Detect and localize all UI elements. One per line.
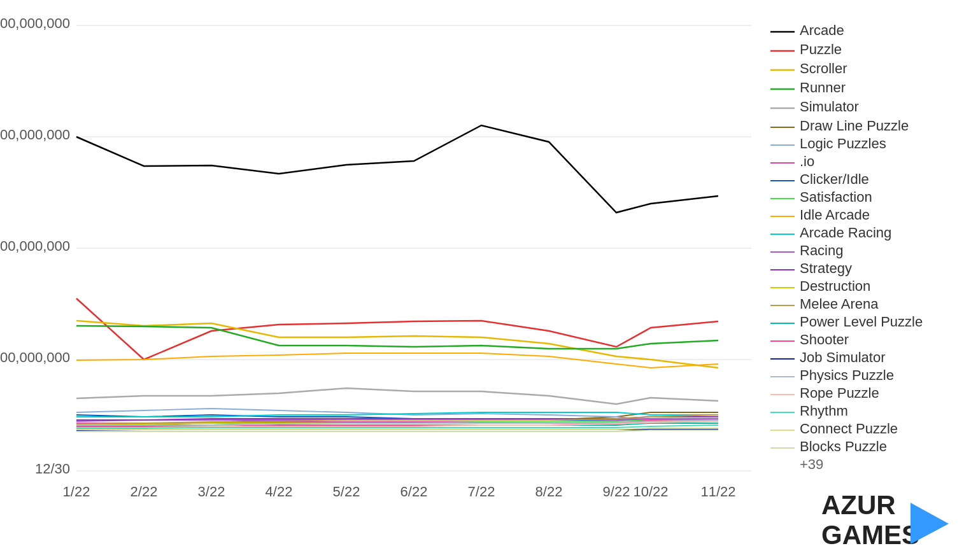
legend-puzzle-label: Puzzle bbox=[800, 41, 842, 57]
legend-melee-label: Melee Arena bbox=[800, 296, 879, 312]
legend-io-label: .io bbox=[800, 153, 814, 169]
legend-strategy-label: Strategy bbox=[800, 260, 852, 276]
legend-destruction-label: Destruction bbox=[800, 278, 870, 294]
legend-racing-label: Racing bbox=[800, 242, 843, 258]
brand-logo-triangle bbox=[911, 503, 949, 544]
legend-job-label: Job Simulator bbox=[800, 349, 886, 365]
brand-games: GAMES bbox=[821, 520, 919, 550]
puzzle-line bbox=[76, 298, 718, 360]
legend-runner-label: Runner bbox=[800, 80, 846, 95]
x-axis-2: 2/22 bbox=[131, 484, 158, 500]
y-axis-0: 12/30 bbox=[35, 461, 70, 477]
arcade-line bbox=[76, 125, 718, 213]
legend-simulator-label: Simulator bbox=[800, 99, 859, 115]
legend-arcade-racing-label: Arcade Racing bbox=[800, 225, 891, 241]
x-axis-1: 1/22 bbox=[63, 484, 90, 500]
x-axis-4: 4/22 bbox=[266, 484, 293, 500]
legend-logic-label: Logic Puzzles bbox=[800, 136, 886, 151]
legend-physics-label: Physics Puzzle bbox=[800, 367, 894, 383]
y-axis-200m: 200,000,000 bbox=[0, 349, 70, 365]
legend-scroller-label: Scroller bbox=[800, 60, 847, 76]
x-axis-9: 9/22 bbox=[603, 484, 630, 500]
legend-plus39-label: +39 bbox=[800, 456, 823, 472]
brand-azur: AZUR bbox=[821, 490, 896, 520]
x-axis-10: 10/22 bbox=[633, 484, 668, 500]
blocks-puzzle-line bbox=[76, 430, 718, 431]
idle-arcade-line bbox=[76, 353, 718, 368]
y-axis-400m: 400,000,000 bbox=[0, 238, 70, 254]
legend-arcade-label: Arcade bbox=[800, 22, 844, 38]
simulator-line bbox=[76, 388, 718, 404]
x-axis-5: 5/22 bbox=[333, 484, 360, 500]
legend-blocks-label: Blocks Puzzle bbox=[800, 438, 887, 454]
x-axis-8: 8/22 bbox=[535, 484, 563, 500]
legend-satisfaction-label: Satisfaction bbox=[800, 189, 872, 205]
y-axis-600m: 600,000,000 bbox=[0, 127, 70, 143]
chart-container: 800,000,000 600,000,000 400,000,000 200,… bbox=[0, 0, 978, 560]
y-axis-800m: 800,000,000 bbox=[0, 15, 70, 31]
x-axis-7: 7/22 bbox=[468, 484, 495, 500]
legend-rhythm-label: Rhythm bbox=[800, 403, 848, 419]
legend-shooter-label: Shooter bbox=[800, 332, 849, 347]
x-axis-3: 3/22 bbox=[198, 484, 225, 500]
legend-clicker-label: Clicker/Idle bbox=[800, 171, 869, 187]
legend-drawline-label: Draw Line Puzzle bbox=[800, 118, 909, 134]
legend-rope-label: Rope Puzzle bbox=[800, 385, 879, 401]
legend-power-label: Power Level Puzzle bbox=[800, 314, 923, 330]
legend-connect-label: Connect Puzzle bbox=[800, 421, 898, 437]
x-axis-6: 6/22 bbox=[400, 484, 428, 500]
runner-line bbox=[76, 326, 718, 349]
legend-idle-arcade-label: Idle Arcade bbox=[800, 207, 870, 223]
x-axis-11: 11/22 bbox=[700, 484, 735, 500]
